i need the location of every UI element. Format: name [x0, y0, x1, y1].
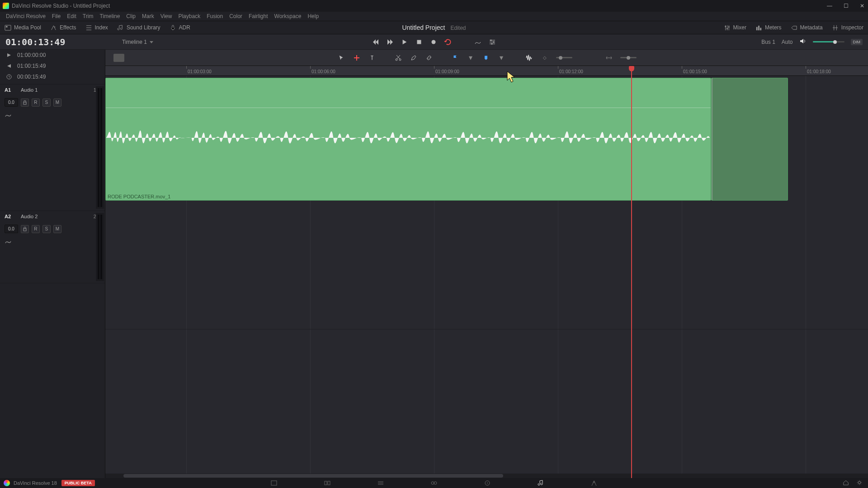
track-a1-meter — [96, 86, 104, 209]
fast-forward-button[interactable] — [386, 38, 394, 46]
menu-color[interactable]: Color — [226, 13, 245, 19]
zoom-slider-2[interactable] — [620, 57, 637, 58]
adr-button[interactable]: ADR — [165, 21, 195, 34]
track-a2-automation-icon[interactable] — [5, 238, 12, 245]
timeline-ruler[interactable]: 01:00:03:00 01:00:06:00 01:00:09:00 01:0… — [105, 66, 868, 76]
inspector-button[interactable]: Inspector — [827, 21, 868, 34]
meters-button[interactable]: Meters — [751, 21, 786, 34]
menu-timeline[interactable]: Timeline — [96, 13, 123, 19]
timeline-selector[interactable]: Timeline 1 — [122, 39, 153, 45]
menu-view[interactable]: View — [157, 13, 175, 19]
track-a1-arm[interactable]: R — [32, 99, 40, 107]
metadata-button[interactable]: Metadata — [786, 21, 827, 34]
maximize-button[interactable]: ☐ — [843, 3, 849, 9]
clip-name-label: RODE PODCASTER.mov_1 — [108, 194, 170, 199]
horizontal-scrollbar[interactable] — [105, 474, 868, 478]
page-deliver[interactable] — [590, 479, 598, 487]
marker-out-row[interactable]: 01:00:15:49 — [0, 61, 105, 71]
playhead-marker[interactable] — [631, 66, 632, 76]
rewind-button[interactable] — [372, 38, 380, 46]
clip-a1-main[interactable]: RODE PODCASTER.mov_1 — [105, 78, 711, 201]
snap-dropdown[interactable]: ◇ — [541, 54, 549, 62]
index-button[interactable]: Index — [81, 21, 113, 34]
svg-point-23 — [431, 482, 434, 484]
clip-a1-extension[interactable] — [711, 78, 788, 201]
close-button[interactable]: ✕ — [859, 3, 865, 9]
flag-tool[interactable] — [451, 54, 459, 62]
dim-button[interactable]: DIM — [851, 39, 863, 45]
menu-file[interactable]: File — [49, 13, 64, 19]
playhead-line[interactable] — [631, 76, 632, 478]
track-a1-automation-icon[interactable] — [5, 111, 12, 118]
speaker-icon[interactable] — [799, 38, 807, 46]
track-a1-mute[interactable]: M — [53, 99, 61, 107]
menu-workspace[interactable]: Workspace — [271, 13, 305, 19]
track-a2-db[interactable]: 0.0 — [5, 225, 18, 233]
bus-selector[interactable]: Bus 1 — [761, 39, 775, 45]
automation-button[interactable] — [474, 38, 482, 46]
menu-fairlight[interactable]: Fairlight — [245, 13, 271, 19]
text-tool[interactable] — [368, 54, 376, 62]
menu-trim[interactable]: Trim — [80, 13, 97, 19]
marker-tool[interactable] — [482, 54, 490, 62]
track-a2-lane[interactable] — [105, 329, 868, 401]
track-a1-id[interactable]: A1 — [5, 87, 16, 93]
track-a1-lock[interactable] — [21, 99, 29, 107]
track-a1-solo[interactable]: S — [42, 99, 51, 107]
zoom-horiz-tool[interactable] — [605, 54, 613, 62]
timecode-display[interactable]: 01:00:13:49 — [5, 37, 96, 47]
svg-rect-9 — [760, 28, 761, 30]
page-fusion[interactable] — [430, 479, 438, 487]
zoom-level-slider[interactable] — [556, 57, 572, 58]
track-a2-mute[interactable]: M — [53, 225, 61, 233]
beta-badge: PUBLIC BETA — [61, 480, 95, 486]
track-a2-solo[interactable]: S — [42, 225, 51, 233]
page-cut[interactable] — [323, 479, 331, 487]
marker-duration-row[interactable]: 00:00:15:49 — [0, 71, 105, 82]
menu-fusion[interactable]: Fusion — [203, 13, 226, 19]
track-a1-name[interactable]: Audio 1 — [21, 87, 89, 93]
track-a1-lane[interactable]: RODE PODCASTER.mov_1 — [105, 76, 868, 202]
settings-button[interactable] — [488, 38, 496, 46]
menu-help[interactable]: Help — [304, 13, 322, 19]
loop-button[interactable] — [444, 38, 452, 46]
page-edit[interactable] — [377, 479, 385, 487]
minimize-button[interactable]: — — [826, 3, 833, 9]
track-a1-db[interactable]: 0.0 — [5, 98, 18, 107]
pencil-tool[interactable] — [410, 54, 418, 62]
mixer-button[interactable]: Mixer — [719, 21, 751, 34]
media-pool-button[interactable]: Media Pool — [0, 21, 46, 34]
record-button[interactable] — [429, 38, 438, 46]
timeline-view-button[interactable] — [113, 54, 124, 62]
track-a2-lock[interactable] — [21, 225, 29, 233]
link-tool[interactable] — [425, 54, 433, 62]
volume-slider[interactable] — [813, 41, 844, 42]
play-button[interactable] — [401, 38, 409, 46]
menu-playback[interactable]: Playback — [175, 13, 203, 19]
menu-mark[interactable]: Mark — [139, 13, 157, 19]
range-tool[interactable] — [353, 54, 361, 62]
tracks-viewport[interactable]: RODE PODCASTER.mov_1 — [105, 76, 868, 478]
stop-button[interactable] — [415, 38, 423, 46]
page-media[interactable] — [270, 479, 278, 487]
page-color[interactable] — [483, 479, 491, 487]
effects-button[interactable]: Effects — [46, 21, 80, 34]
marker-dropdown[interactable]: ▾ — [497, 54, 505, 62]
menu-clip[interactable]: Clip — [123, 13, 139, 19]
track-a2-id[interactable]: A2 — [5, 214, 16, 219]
home-button[interactable] — [843, 479, 849, 487]
track-a2-arm[interactable]: R — [32, 225, 40, 233]
menu-edit[interactable]: Edit — [64, 13, 80, 19]
flag-dropdown[interactable]: ▾ — [467, 54, 475, 62]
marker-in-row[interactable]: 01:00:00:00 — [0, 50, 105, 61]
track-a2-name[interactable]: Audio 2 — [21, 214, 89, 219]
auto-label[interactable]: Auto — [782, 39, 793, 45]
selection-tool[interactable] — [337, 54, 345, 62]
transient-tool[interactable] — [525, 54, 533, 62]
sound-library-button[interactable]: Sound Library — [113, 21, 165, 34]
page-fairlight[interactable] — [537, 479, 545, 487]
razor-tool[interactable] — [394, 54, 402, 62]
bottom-bar: DaVinci Resolve 18 PUBLIC BETA — [0, 478, 868, 488]
project-settings-button[interactable] — [856, 479, 863, 487]
menu-davinci-resolve[interactable]: DaVinci Resolve — [3, 13, 49, 19]
